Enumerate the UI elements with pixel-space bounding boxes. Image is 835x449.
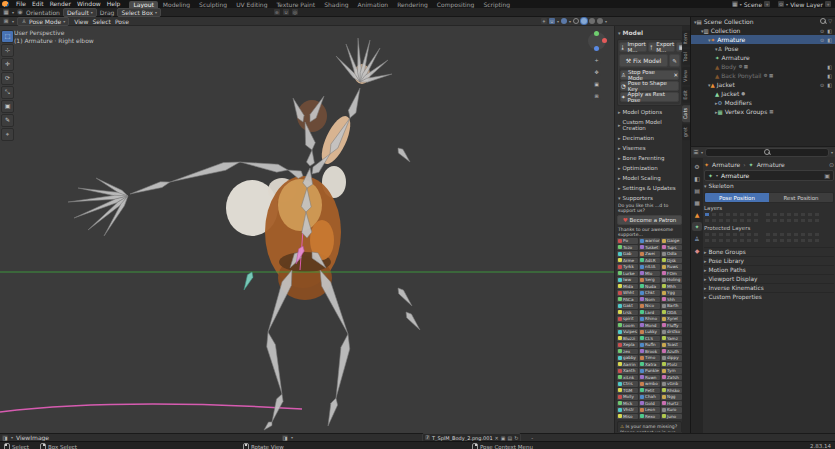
eye-icon[interactable]: ⊙	[820, 37, 824, 43]
fake-user-icon[interactable]: ▣	[824, 172, 830, 179]
patron-button[interactable]: Punkle	[639, 368, 660, 374]
menu-file[interactable]: File	[13, 0, 29, 7]
layer-toggle[interactable]	[725, 238, 731, 243]
layer-toggle[interactable]	[746, 218, 752, 223]
solid-shading-icon[interactable]	[581, 18, 587, 24]
workspace-tab-uv-editing[interactable]: UV Editing	[232, 1, 271, 8]
shield-icon[interactable]: ▣	[501, 435, 506, 441]
patron-button[interactable]: Holing	[661, 277, 682, 283]
search-icon[interactable]	[820, 18, 826, 24]
outliner-row-body[interactable]: ▲Body⚙ ▦◧	[691, 62, 835, 71]
proportional-edit-icon[interactable]: ◎	[292, 9, 298, 15]
patron-button[interactable]: Nico	[639, 303, 660, 309]
patron-button[interactable]: Tups	[661, 245, 682, 251]
snap-magnet-icon[interactable]: ∪	[283, 9, 289, 15]
sidebar-tab-gret[interactable]: gret	[682, 124, 690, 140]
layer-toggle[interactable]	[746, 232, 752, 237]
fix-model-button[interactable]: ⚒Fix Model	[619, 54, 668, 67]
scene-selector[interactable]: Scene	[744, 1, 762, 8]
pose-to-shape-key-button[interactable]: ◔Pose to Shape Key	[620, 81, 679, 91]
layer-toggle[interactable]	[814, 218, 820, 223]
patron-button[interactable]: Petit	[639, 388, 660, 394]
layer-toggle[interactable]	[718, 238, 724, 243]
patron-button[interactable]: dippy	[661, 355, 682, 361]
workspace-tab-shading[interactable]: Shading	[320, 1, 352, 8]
layer-toggle[interactable]	[807, 232, 813, 237]
patron-button[interactable]: Tyrn	[661, 368, 682, 374]
patron-button[interactable]: Miso	[617, 414, 638, 420]
section-decimation[interactable]: ▸Decimation	[616, 133, 683, 143]
rendered-shading-icon[interactable]	[597, 18, 603, 24]
outliner-row-modifiers[interactable]: ▸⚙Modifiers	[691, 98, 835, 107]
image-menu-image[interactable]: Image	[30, 434, 49, 441]
section-bone-groups[interactable]: ▸Bone Groups	[704, 247, 834, 256]
patron-button[interactable]: Gakt	[617, 303, 638, 309]
patron-button[interactable]: Chah	[639, 394, 660, 400]
orientation-dropdown[interactable]: Default▾	[63, 8, 97, 17]
layer-toggle[interactable]	[711, 212, 717, 217]
patron-button[interactable]: Vhstr	[617, 407, 638, 413]
layer-toggle[interactable]	[753, 218, 759, 223]
chevron-down-icon[interactable]: ▾	[831, 150, 833, 155]
section-viewport-display[interactable]: ▸Viewport Display	[704, 274, 834, 283]
patron-button[interactable]: Ptolz	[661, 362, 682, 368]
layer-toggle[interactable]	[739, 238, 745, 243]
layer-toggle[interactable]	[793, 232, 799, 237]
menu-window[interactable]: Window	[74, 0, 104, 7]
wireframe-shading-icon[interactable]	[573, 18, 579, 24]
layer-toggle[interactable]	[765, 238, 771, 243]
skeleton-section-header[interactable]: ▾Skeleton	[704, 182, 834, 190]
outliner-row-scene-collection[interactable]: ▾▤Scene Collection	[691, 17, 835, 26]
patron-button[interactable]: Rhino	[639, 316, 660, 322]
patron-button[interactable]: Barth	[661, 303, 682, 309]
layer-toggle[interactable]	[807, 212, 813, 217]
patron-button[interactable]: CLS	[639, 336, 660, 342]
menu-render[interactable]: Render	[47, 0, 74, 7]
zoom-icon[interactable]: +	[592, 56, 601, 65]
users-count-badge[interactable]: 7	[425, 435, 430, 440]
3d-viewport[interactable]: User Perspective (1) Armature · Right el…	[0, 26, 690, 433]
workspace-tab-rendering[interactable]: Rendering	[393, 1, 432, 8]
layer-toggle[interactable]	[814, 232, 820, 237]
material-shading-icon[interactable]	[589, 18, 595, 24]
cursor-tool[interactable]: ⊹	[1, 44, 14, 57]
pan-icon[interactable]: ✥	[592, 68, 601, 77]
patron-button[interactable]: wmbo	[639, 381, 660, 387]
outliner-row-jacket[interactable]: ▲Jacket●	[691, 89, 835, 98]
patron-button[interactable]: Zatsh	[661, 375, 682, 381]
camera-icon[interactable]: ◧	[827, 82, 832, 88]
scale-tool[interactable]: ⤡	[1, 86, 14, 99]
section-visemes[interactable]: ▸Visemes	[616, 143, 683, 153]
layer-toggle[interactable]	[800, 238, 806, 243]
layer-toggle[interactable]	[779, 212, 785, 217]
layer-toggle[interactable]	[800, 212, 806, 217]
unlink-icon[interactable]: ✕	[495, 435, 499, 441]
transform-orientation-icon[interactable]: 🜨	[274, 9, 280, 15]
patron-button[interactable]: Gold	[639, 401, 660, 407]
layer-toggle[interactable]	[765, 232, 771, 237]
patron-button[interactable]: Ngg	[661, 394, 682, 400]
layer-toggle[interactable]	[739, 212, 745, 217]
camera-icon[interactable]: ◧	[827, 64, 832, 70]
blender-logo-icon[interactable]	[2, 1, 9, 7]
patron-button[interactable]: Vulpes	[617, 329, 638, 335]
import-model-button[interactable]: ⭳Import M...	[619, 42, 647, 52]
patron-button[interactable]: Mhh	[661, 284, 682, 290]
tab-data-icon[interactable]: ✦	[692, 222, 702, 231]
layer-toggle[interactable]	[739, 218, 745, 223]
tab-bone-icon[interactable]: ♙	[692, 234, 702, 243]
patron-button[interactable]: zex	[617, 349, 638, 355]
patron-button[interactable]: ODA	[661, 310, 682, 316]
layer-toggle[interactable]	[793, 212, 799, 217]
layer-toggle[interactable]	[772, 232, 778, 237]
patron-button[interactable]: Xatra	[639, 362, 660, 368]
layer-toggle[interactable]	[718, 212, 724, 217]
outliner-row-back-ponytail[interactable]: ▲Back Ponytail⚙ ▦◧	[691, 71, 835, 80]
patron-button[interactable]: Azuth	[661, 349, 682, 355]
workspace-tab-texture-paint[interactable]: Texture Paint	[272, 1, 319, 8]
camera-icon[interactable]: ◧	[827, 28, 832, 34]
section-custom-model-creation[interactable]: ▸Custom Model Creation	[616, 117, 683, 133]
export-model-button[interactable]: ⭱Export M...	[648, 42, 676, 52]
patron-button[interactable]: Timo	[639, 355, 660, 361]
patron-button[interactable]: PACa	[617, 297, 638, 303]
